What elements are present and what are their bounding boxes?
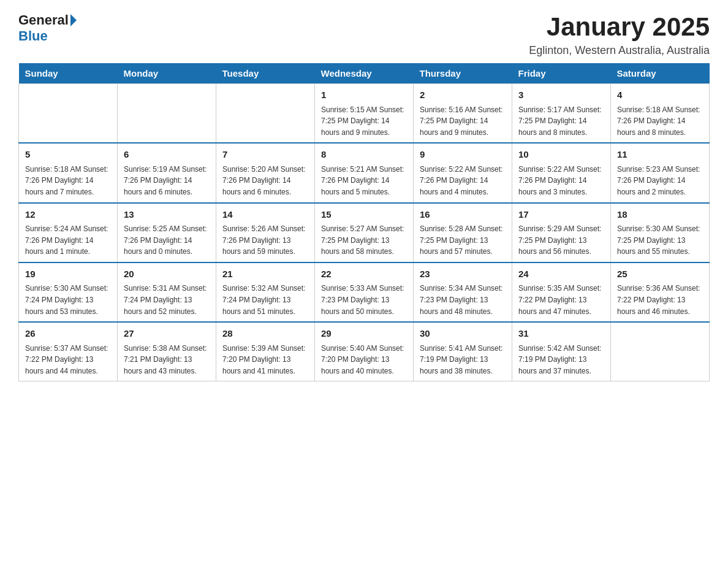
day-number: 9 [420,148,506,162]
calendar-cell: 18Sunrise: 5:30 AM Sunset: 7:25 PM Dayli… [611,203,710,262]
calendar-cell: 27Sunrise: 5:38 AM Sunset: 7:21 PM Dayli… [118,322,216,381]
day-info: Sunrise: 5:33 AM Sunset: 7:23 PM Dayligh… [321,283,407,317]
day-info: Sunrise: 5:40 AM Sunset: 7:20 PM Dayligh… [321,343,407,377]
day-number: 30 [420,327,506,341]
header-friday: Friday [512,63,611,84]
calendar-cell [216,84,315,144]
calendar-cell: 8Sunrise: 5:21 AM Sunset: 7:26 PM Daylig… [315,143,414,202]
day-info: Sunrise: 5:42 AM Sunset: 7:19 PM Dayligh… [518,343,604,377]
day-info: Sunrise: 5:32 AM Sunset: 7:24 PM Dayligh… [222,283,308,317]
day-number: 12 [25,208,111,222]
calendar-cell: 28Sunrise: 5:39 AM Sunset: 7:20 PM Dayli… [216,322,315,381]
day-number: 6 [124,148,210,162]
day-number: 11 [617,148,703,162]
calendar-cell: 2Sunrise: 5:16 AM Sunset: 7:25 PM Daylig… [414,84,512,144]
calendar-week-row: 1Sunrise: 5:15 AM Sunset: 7:25 PM Daylig… [19,84,710,144]
day-number: 19 [25,267,111,282]
calendar-cell: 16Sunrise: 5:28 AM Sunset: 7:25 PM Dayli… [414,203,512,262]
day-number: 15 [321,208,407,222]
day-info: Sunrise: 5:29 AM Sunset: 7:25 PM Dayligh… [518,223,604,258]
calendar-cell: 21Sunrise: 5:32 AM Sunset: 7:24 PM Dayli… [216,262,315,322]
calendar-cell: 5Sunrise: 5:18 AM Sunset: 7:26 PM Daylig… [19,143,118,202]
page-header: General Blue January 2025 Eglinton, West… [18,12,710,57]
calendar-week-row: 19Sunrise: 5:30 AM Sunset: 7:24 PM Dayli… [19,262,710,322]
logo-text: General [18,12,78,28]
calendar-cell: 24Sunrise: 5:35 AM Sunset: 7:22 PM Dayli… [512,262,611,322]
calendar-cell: 26Sunrise: 5:37 AM Sunset: 7:22 PM Dayli… [19,322,118,381]
logo-blue: Blue [18,28,48,44]
day-number: 27 [124,327,210,341]
logo: General Blue [18,12,78,44]
day-info: Sunrise: 5:38 AM Sunset: 7:21 PM Dayligh… [124,343,210,377]
calendar-cell: 10Sunrise: 5:22 AM Sunset: 7:26 PM Dayli… [512,143,611,202]
day-info: Sunrise: 5:18 AM Sunset: 7:26 PM Dayligh… [25,164,111,198]
day-info: Sunrise: 5:15 AM Sunset: 7:25 PM Dayligh… [321,104,407,139]
day-info: Sunrise: 5:34 AM Sunset: 7:23 PM Dayligh… [420,283,506,317]
day-info: Sunrise: 5:36 AM Sunset: 7:22 PM Dayligh… [617,283,703,317]
month-title: January 2025 [529,12,710,42]
title-area: January 2025 Eglinton, Western Australia… [529,12,710,57]
day-info: Sunrise: 5:23 AM Sunset: 7:26 PM Dayligh… [617,164,703,198]
logo-general: General [18,12,69,28]
day-number: 29 [321,327,407,341]
day-info: Sunrise: 5:31 AM Sunset: 7:24 PM Dayligh… [124,283,210,317]
location-text: Eglinton, Western Australia, Australia [529,44,710,57]
calendar-cell: 7Sunrise: 5:20 AM Sunset: 7:26 PM Daylig… [216,143,315,202]
day-info: Sunrise: 5:22 AM Sunset: 7:26 PM Dayligh… [420,164,506,198]
calendar-cell: 13Sunrise: 5:25 AM Sunset: 7:26 PM Dayli… [118,203,216,262]
calendar-cell: 17Sunrise: 5:29 AM Sunset: 7:25 PM Dayli… [512,203,611,262]
calendar-cell: 25Sunrise: 5:36 AM Sunset: 7:22 PM Dayli… [611,262,710,322]
calendar-cell: 1Sunrise: 5:15 AM Sunset: 7:25 PM Daylig… [315,84,414,144]
day-number: 18 [617,208,703,222]
day-info: Sunrise: 5:41 AM Sunset: 7:19 PM Dayligh… [420,343,506,377]
calendar-cell: 12Sunrise: 5:24 AM Sunset: 7:26 PM Dayli… [19,203,118,262]
day-info: Sunrise: 5:30 AM Sunset: 7:24 PM Dayligh… [25,283,111,317]
calendar-cell: 19Sunrise: 5:30 AM Sunset: 7:24 PM Dayli… [19,262,118,322]
day-number: 3 [518,88,604,102]
calendar-cell: 4Sunrise: 5:18 AM Sunset: 7:26 PM Daylig… [611,84,710,144]
calendar-table: SundayMondayTuesdayWednesdayThursdayFrid… [18,63,710,381]
day-number: 2 [420,88,506,102]
day-info: Sunrise: 5:21 AM Sunset: 7:26 PM Dayligh… [321,164,407,198]
header-saturday: Saturday [611,63,710,84]
day-info: Sunrise: 5:18 AM Sunset: 7:26 PM Dayligh… [617,104,703,139]
day-number: 7 [222,148,308,162]
calendar-cell: 23Sunrise: 5:34 AM Sunset: 7:23 PM Dayli… [414,262,512,322]
day-number: 26 [25,327,111,341]
calendar-cell [611,322,710,381]
calendar-cell [118,84,216,144]
day-number: 13 [124,208,210,222]
header-monday: Monday [118,63,216,84]
header-tuesday: Tuesday [216,63,315,84]
day-number: 14 [222,208,308,222]
day-number: 28 [222,327,308,341]
calendar-cell: 3Sunrise: 5:17 AM Sunset: 7:25 PM Daylig… [512,84,611,144]
calendar-cell: 31Sunrise: 5:42 AM Sunset: 7:19 PM Dayli… [512,322,611,381]
day-info: Sunrise: 5:16 AM Sunset: 7:25 PM Dayligh… [420,104,506,139]
day-number: 16 [420,208,506,222]
day-info: Sunrise: 5:24 AM Sunset: 7:26 PM Dayligh… [25,223,111,258]
day-number: 21 [222,267,308,282]
calendar-cell: 9Sunrise: 5:22 AM Sunset: 7:26 PM Daylig… [414,143,512,202]
day-info: Sunrise: 5:26 AM Sunset: 7:26 PM Dayligh… [222,223,308,258]
calendar-cell [19,84,118,144]
day-info: Sunrise: 5:22 AM Sunset: 7:26 PM Dayligh… [518,164,604,198]
day-number: 20 [124,267,210,282]
header-thursday: Thursday [414,63,512,84]
calendar-week-row: 26Sunrise: 5:37 AM Sunset: 7:22 PM Dayli… [19,322,710,381]
day-number: 4 [617,88,703,102]
day-info: Sunrise: 5:30 AM Sunset: 7:25 PM Dayligh… [617,223,703,258]
day-number: 23 [420,267,506,282]
day-info: Sunrise: 5:17 AM Sunset: 7:25 PM Dayligh… [518,104,604,139]
day-number: 17 [518,208,604,222]
header-wednesday: Wednesday [315,63,414,84]
day-number: 31 [518,327,604,341]
day-info: Sunrise: 5:28 AM Sunset: 7:25 PM Dayligh… [420,223,506,258]
calendar-cell: 11Sunrise: 5:23 AM Sunset: 7:26 PM Dayli… [611,143,710,202]
day-info: Sunrise: 5:39 AM Sunset: 7:20 PM Dayligh… [222,343,308,377]
calendar-header-row: SundayMondayTuesdayWednesdayThursdayFrid… [19,63,710,84]
day-info: Sunrise: 5:25 AM Sunset: 7:26 PM Dayligh… [124,223,210,258]
day-number: 1 [321,88,407,102]
calendar-cell: 29Sunrise: 5:40 AM Sunset: 7:20 PM Dayli… [315,322,414,381]
day-info: Sunrise: 5:27 AM Sunset: 7:25 PM Dayligh… [321,223,407,258]
